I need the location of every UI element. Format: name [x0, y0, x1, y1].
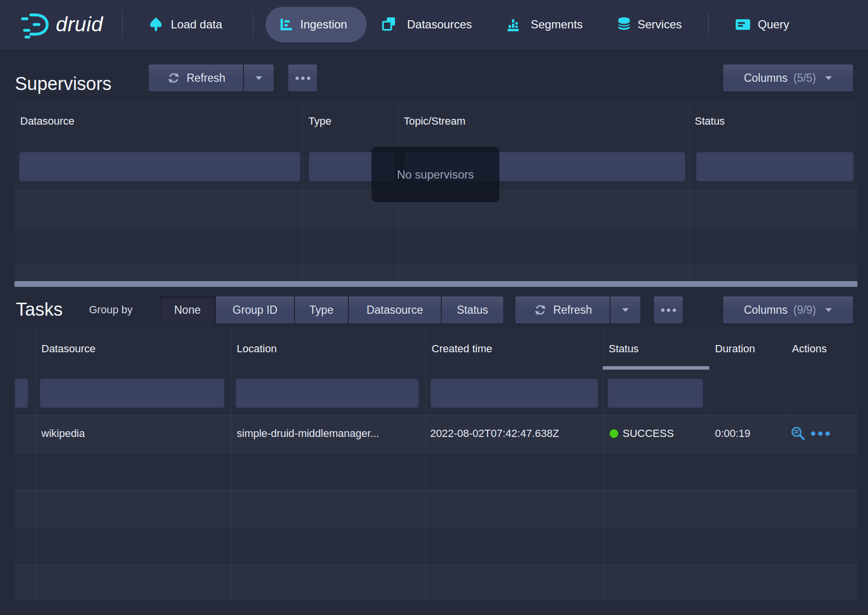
supervisors-more-button[interactable] — [288, 64, 317, 91]
header-bottom-border — [14, 142, 857, 142]
supervisors-horizontal-scrollbar[interactable] — [14, 281, 857, 287]
task-created-time-cell: 2022-08-02T07:42:47.638Z — [430, 415, 559, 452]
supervisors-header-type[interactable]: Type — [308, 100, 332, 142]
tasks-header-duration[interactable]: Duration — [715, 327, 755, 370]
refresh-icon — [166, 71, 181, 85]
nav-divider — [708, 12, 709, 38]
tasks-table: Datasource Location Created time Status … — [14, 327, 857, 601]
ingestion-icon — [279, 17, 294, 32]
columns-count: (9/9) — [793, 304, 816, 317]
columns-label: Columns — [744, 304, 788, 317]
upload-icon[interactable] — [147, 16, 165, 33]
column-divider — [36, 327, 36, 601]
task-location-cell: simple-druid-middlemanager... — [237, 415, 379, 452]
row-divider — [14, 527, 857, 528]
tasks-filter-created-time[interactable] — [430, 378, 599, 408]
supervisors-filter-status[interactable] — [696, 151, 854, 181]
chevron-down-icon — [825, 308, 832, 312]
tasks-filter-status[interactable] — [607, 378, 703, 408]
query-icon[interactable] — [735, 16, 751, 33]
row-divider — [14, 452, 857, 453]
column-divider — [709, 327, 710, 601]
supervisors-refresh-button[interactable]: Refresh — [149, 64, 243, 91]
supervisors-title: Supervisors — [15, 73, 112, 95]
task-detail-magnifier-icon[interactable] — [790, 425, 806, 442]
row-divider — [14, 227, 857, 228]
no-supervisors-message: No supervisors — [397, 168, 474, 181]
tasks-header-status[interactable]: Status — [609, 327, 638, 370]
group-by-datasource-button[interactable]: Datasource — [349, 296, 441, 323]
tasks-refresh-button[interactable]: Refresh — [515, 296, 610, 323]
column-divider — [231, 327, 231, 601]
druid-logo-text[interactable]: druid — [56, 0, 103, 49]
task-status-cell: SUCCESS — [623, 415, 674, 452]
supervisors-refresh-caret-button[interactable] — [244, 64, 274, 91]
success-status-dot — [610, 429, 618, 438]
nav-item-services[interactable]: Services — [638, 0, 682, 49]
druid-logo-icon[interactable] — [19, 9, 50, 40]
column-divider — [426, 327, 426, 601]
tasks-title: Tasks — [16, 298, 63, 320]
status-sort-indicator — [603, 366, 709, 370]
tasks-header-location[interactable]: Location — [237, 327, 277, 370]
chevron-down-icon — [255, 76, 263, 80]
tasks-refresh-caret-button[interactable] — [611, 296, 640, 323]
top-nav-bar: druid Load data Ingestion Datasources — [0, 0, 868, 49]
header-bottom-border — [14, 370, 857, 370]
supervisors-table: Datasource Type Topic/Stream Status No s… — [14, 100, 857, 280]
tasks-filter-datasource[interactable] — [39, 378, 225, 408]
row-stripe — [14, 490, 857, 527]
tasks-header-created-time[interactable]: Created time — [432, 327, 492, 370]
group-by-group-id-button[interactable]: Group ID — [216, 296, 294, 323]
nav-item-datasources[interactable]: Datasources — [407, 0, 472, 49]
nav-item-segments[interactable]: Segments — [531, 0, 583, 49]
more-icon — [295, 77, 310, 80]
refresh-label: Refresh — [187, 72, 226, 85]
nav-item-query[interactable]: Query — [758, 0, 789, 49]
segments-icon[interactable] — [506, 17, 522, 32]
row-stripe — [14, 265, 857, 280]
nav-divider — [122, 12, 123, 38]
nav-divider — [253, 12, 253, 38]
refresh-icon — [533, 303, 548, 317]
supervisors-header-topic-stream[interactable]: Topic/Stream — [404, 100, 465, 142]
task-actions-more-icon[interactable] — [810, 431, 830, 436]
supervisors-header-status[interactable]: Status — [695, 100, 725, 142]
tasks-filter-task-id-clipped[interactable] — [14, 378, 28, 408]
chevron-down-icon — [622, 308, 629, 312]
columns-label: Columns — [744, 72, 788, 85]
tasks-filter-location[interactable] — [235, 378, 419, 408]
nav-item-load-data[interactable]: Load data — [171, 0, 222, 49]
nav-item-ingestion[interactable]: Ingestion — [300, 0, 347, 49]
tasks-more-button[interactable] — [654, 296, 683, 323]
tasks-header-actions[interactable]: Actions — [792, 327, 827, 370]
columns-count: (5/5) — [793, 72, 816, 85]
group-by-type-button[interactable]: Type — [295, 296, 348, 323]
more-icon — [661, 308, 676, 312]
tasks-header-datasource[interactable]: Datasource — [41, 327, 96, 370]
refresh-label: Refresh — [553, 304, 592, 317]
tasks-columns-button[interactable]: Columns (9/9) — [723, 296, 853, 323]
task-row[interactable]: wikipedia simple-druid-middlemanager... … — [14, 415, 857, 452]
group-by-status-button[interactable]: Status — [442, 296, 503, 323]
task-duration-cell: 0:00:19 — [715, 415, 750, 452]
chevron-down-icon — [825, 76, 832, 80]
row-stripe — [14, 565, 857, 601]
group-by-label: Group by — [89, 296, 133, 323]
no-supervisors-overlay: No supervisors — [371, 147, 499, 202]
group-by-none-button[interactable]: None — [160, 296, 215, 323]
services-icon[interactable] — [615, 16, 633, 33]
task-datasource-cell: wikipedia — [41, 415, 85, 452]
supervisors-columns-button[interactable]: Columns (5/5) — [723, 64, 853, 91]
druid-console-page: druid Load data Ingestion Datasources — [0, 0, 868, 615]
supervisors-header-datasource[interactable]: Datasource — [20, 100, 75, 142]
datasources-icon[interactable] — [381, 16, 398, 33]
column-divider — [786, 327, 787, 601]
supervisors-filter-datasource[interactable] — [19, 151, 301, 181]
